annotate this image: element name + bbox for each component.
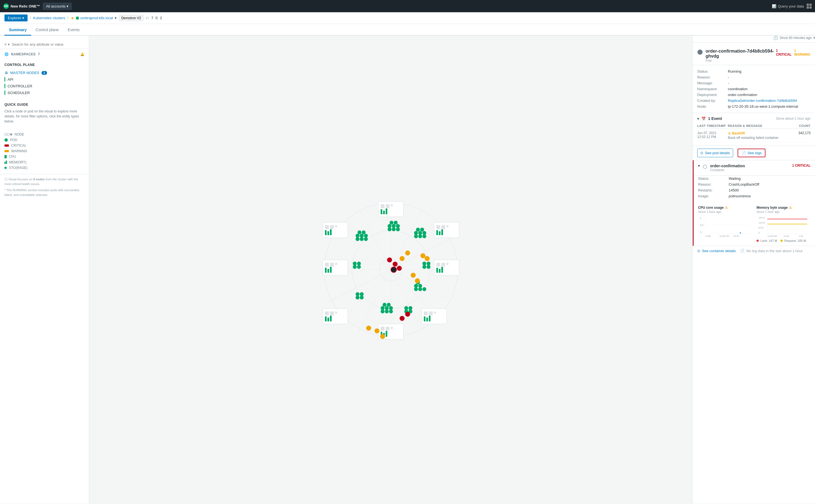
tab-summary[interactable]: Summary xyxy=(4,25,31,36)
svg-text:0: 0 xyxy=(700,231,701,233)
svg-rect-17 xyxy=(383,211,385,214)
node-label: Node: xyxy=(697,104,728,109)
container-chevron-icon[interactable]: ▾ xyxy=(698,164,700,168)
green-indicator xyxy=(4,77,5,82)
svg-rect-57 xyxy=(335,225,337,227)
svg-point-74 xyxy=(389,221,393,225)
star-icon[interactable]: ★ xyxy=(71,16,74,20)
no-log-text: No log data in the last about 1 hour xyxy=(746,249,802,253)
svg-rect-55 xyxy=(325,225,329,229)
svg-point-112 xyxy=(353,262,357,265)
legend-critical: CRITICAL xyxy=(4,143,84,148)
cpu-chart: CPU core usage ⚠ Since 1 hour ago 1 0.5 … xyxy=(698,206,752,242)
left-sidebar: ≡ ▾ 🌐 NAMESPACES 7 🔔 CONTROL PLANE 🖥 xyxy=(0,36,89,503)
pod-title-left: ⬤ order-confirmation-7d4b8cb594-ghvdg Po… xyxy=(697,49,776,63)
memory-label: MEM(ORY) xyxy=(9,160,26,164)
reason-label: Reason: xyxy=(697,75,728,79)
tab-events[interactable]: Events xyxy=(63,25,84,36)
search-input[interactable] xyxy=(12,42,84,46)
kubernetes-clusters-link[interactable]: Kubernetes clusters xyxy=(33,16,65,20)
sidebar-item-api[interactable]: API xyxy=(4,76,84,83)
container-image-value: polinux/stress xyxy=(729,194,751,198)
all-accounts-button[interactable]: All accounts ▾ xyxy=(43,3,72,10)
svg-point-108 xyxy=(355,292,359,296)
svg-rect-22 xyxy=(434,311,436,314)
svg-point-100 xyxy=(389,309,393,313)
svg-point-113 xyxy=(357,262,361,265)
svg-text:50 M: 50 M xyxy=(758,227,764,229)
explorer-button[interactable]: Explorer ▾ xyxy=(4,14,28,21)
namespaces-section: 🌐 NAMESPACES 7 🔔 xyxy=(0,49,89,63)
see-pod-details-button[interactable]: ⊙ See pod details xyxy=(697,149,733,157)
deployment-label: Deployment: xyxy=(697,93,728,97)
tab-control-plane[interactable]: Control plane xyxy=(31,25,63,36)
main-layout: ≡ ▾ 🌐 NAMESPACES 7 🔔 CONTROL PLANE 🖥 xyxy=(0,36,815,503)
limit-legend: Limit: 147 M xyxy=(757,239,777,242)
svg-rect-62 xyxy=(325,311,329,315)
events-chevron-icon[interactable]: ▾ xyxy=(697,117,699,121)
cluster-name-link[interactable]: umbraprod.k8s.local xyxy=(80,16,113,20)
svg-rect-41 xyxy=(325,263,329,267)
svg-rect-18 xyxy=(385,208,387,214)
detail-node: Node: ip-172-20-35-18.us-west-1.compute.… xyxy=(697,104,811,109)
see-container-details-button[interactable]: ⊙ See container details xyxy=(697,249,736,253)
svg-rect-66 xyxy=(327,318,329,321)
svg-rect-44 xyxy=(325,268,326,273)
svg-point-99 xyxy=(385,309,389,313)
sidebar-item-controller[interactable]: CONTROLLER xyxy=(4,83,84,89)
control-plane-section: CONTROL PLANE 🖥 MASTER NODES 1 API CONTR… xyxy=(0,63,89,99)
svg-point-123 xyxy=(399,256,404,261)
top-navigation: NR New Relic ONE™ All accounts ▾ 📊 Query… xyxy=(0,0,815,12)
created-by-value[interactable]: ReplicaSet/order-confirmation-7d4b8cb594 xyxy=(728,99,797,103)
svg-point-86 xyxy=(423,262,426,265)
svg-rect-23 xyxy=(424,316,426,321)
memory-chart-title: Memory byte usage ⚠ xyxy=(757,206,811,210)
svg-rect-65 xyxy=(325,316,326,321)
status-value: Running xyxy=(728,69,741,73)
detail-reason: Reason: - xyxy=(697,74,811,80)
svg-point-75 xyxy=(394,221,397,225)
chart-icon: 📊 xyxy=(772,4,776,8)
bell-icon: 🔔 xyxy=(80,52,85,56)
detail-status: Status: Running xyxy=(697,68,811,74)
sidebar-item-scheduler[interactable]: SCHEDULER xyxy=(4,89,84,96)
sidebar-item-master-nodes[interactable]: 🖥 MASTER NODES 1 xyxy=(4,70,84,76)
container-section: ▾ ⬡ order-confirmation Container 1 CRITI… xyxy=(693,160,815,246)
svg-point-134 xyxy=(399,316,404,321)
svg-rect-64 xyxy=(335,311,337,314)
svg-point-114 xyxy=(355,237,359,241)
control-plane-title: CONTROL PLANE xyxy=(4,63,84,67)
svg-text:150 M: 150 M xyxy=(758,217,765,219)
main-visualization[interactable] xyxy=(89,36,693,503)
svg-point-132 xyxy=(397,266,402,271)
see-logs-button[interactable]: 📄 See logs xyxy=(738,149,766,157)
tag-icon: 🏷 xyxy=(146,16,149,20)
svg-point-127 xyxy=(374,328,379,333)
detail-namespace: Namespace: coordination xyxy=(697,86,811,92)
pod-header: ⬤ order-confirmation-7d4b8cb594-ghvdg Po… xyxy=(693,45,815,65)
chart-legend: Limit: 147 M Request: 105 M xyxy=(757,239,811,242)
container-left: ▾ ⬡ order-confirmation Container xyxy=(698,164,745,172)
filter-button[interactable]: ≡ ▾ xyxy=(4,42,10,46)
warning-triangle-icon: ⚠ xyxy=(728,131,731,135)
svg-rect-12 xyxy=(378,201,403,217)
svg-point-133 xyxy=(405,312,410,317)
legend-memory: MEM(ORY) xyxy=(4,159,84,165)
event-message: Back-off restarting failed container xyxy=(728,136,794,140)
svg-point-125 xyxy=(415,278,420,283)
svg-point-88 xyxy=(414,287,418,291)
detail-deployment: Deployment: order-confirmation xyxy=(697,92,811,98)
cluster-chevron-icon: ▾ xyxy=(115,16,117,20)
charts-row: CPU core usage ⚠ Since 1 hour ago 1 0.5 … xyxy=(698,206,811,242)
svg-rect-53 xyxy=(441,267,443,273)
svg-text:1:00: 1:00 xyxy=(799,235,803,237)
memory-chart-subtitle: Since 1 hour ago xyxy=(757,210,811,213)
events-title: 1 Event xyxy=(708,116,722,121)
logo-text: New Relic ONE™ xyxy=(11,4,40,8)
svg-rect-39 xyxy=(385,331,387,337)
query-data-button[interactable]: 📊 Query your data xyxy=(772,4,804,8)
pod-alerts: 1 CRITICAL 1 WARNING xyxy=(776,49,811,56)
grid-icon[interactable] xyxy=(807,4,812,9)
demotron-button[interactable]: Demotron V2 xyxy=(119,15,144,21)
svg-text:0 AM: 0 AM xyxy=(706,235,711,237)
